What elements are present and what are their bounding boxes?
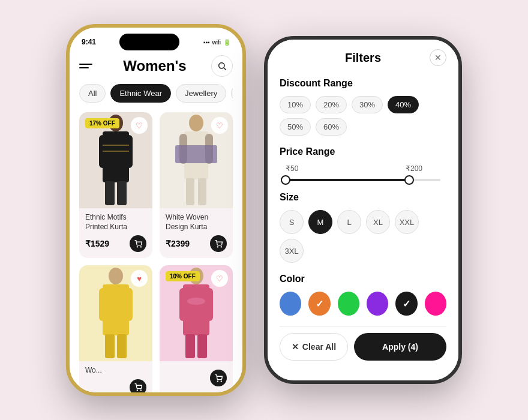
product-card-3[interactable]: ♥ Wo...	[79, 265, 152, 396]
color-black[interactable]	[395, 292, 417, 316]
svg-line-1	[224, 68, 226, 70]
product-grid: 17% OFF ♡ Ethnic Motifs Printed Kurta ₹1…	[79, 112, 233, 396]
svg-point-28	[140, 390, 141, 391]
svg-point-20	[221, 247, 221, 247]
svg-point-19	[217, 247, 218, 247]
price-range-thumb-right[interactable]	[404, 175, 414, 185]
svg-point-21	[109, 268, 123, 284]
price-range-thumb-left[interactable]	[281, 175, 290, 185]
svg-rect-17	[198, 178, 206, 205]
svg-point-10	[137, 247, 137, 247]
svg-rect-18	[175, 145, 217, 163]
menu-line-2	[79, 67, 89, 68]
size-3xl[interactable]: 3XL	[280, 239, 304, 263]
clear-icon: ✕	[292, 342, 299, 352]
svg-rect-24	[124, 288, 133, 321]
color-section-title: Color	[280, 274, 446, 284]
discount-10[interactable]: 10%	[280, 96, 311, 113]
category-all[interactable]: All	[79, 84, 106, 103]
svg-rect-26	[117, 334, 127, 358]
clear-all-label: Clear All	[302, 342, 336, 352]
color-green[interactable]	[338, 292, 359, 316]
apply-button[interactable]: Apply (4)	[354, 333, 446, 361]
discount-60[interactable]: 60%	[316, 118, 347, 136]
svg-point-27	[137, 390, 137, 391]
discount-30[interactable]: 30%	[352, 96, 383, 113]
size-pills: S M L XL XXL 3XL	[280, 210, 446, 263]
size-m[interactable]: M	[308, 210, 332, 234]
wishlist-btn-4[interactable]: ♡	[211, 270, 228, 287]
add-to-cart-btn-3[interactable]	[130, 379, 146, 396]
battery-icon: 🔋	[223, 39, 230, 46]
wishlist-btn-3[interactable]: ♥	[131, 270, 148, 287]
discount-badge-1: 17% OFF	[85, 118, 119, 128]
filter-panel: Filters ✕ Discount Range 10% 20% 30% 40%…	[268, 40, 458, 380]
page-title: Women's	[123, 58, 186, 74]
svg-rect-6	[105, 181, 115, 205]
add-to-cart-btn-2[interactable]	[210, 235, 227, 252]
color-blue[interactable]	[280, 292, 301, 316]
menu-line-1	[79, 64, 92, 65]
close-button[interactable]: ✕	[430, 49, 446, 66]
menu-button[interactable]	[79, 56, 98, 76]
product-info-1: Ethnic Motifs Printed Kurta ₹1529	[79, 208, 152, 258]
discount-20[interactable]: 20%	[316, 96, 347, 113]
product-info-4	[160, 361, 233, 392]
color-circles	[280, 292, 446, 316]
svg-point-0	[219, 63, 224, 68]
product-card-1[interactable]: 17% OFF ♡ Ethnic Motifs Printed Kurta ₹1…	[79, 112, 152, 258]
app-header: Women's	[79, 50, 233, 84]
size-xxl[interactable]: XXL	[395, 210, 419, 234]
status-icons: ▪▪▪ wifi 🔋	[203, 39, 230, 46]
svg-point-11	[140, 247, 141, 247]
category-ethnic-wear[interactable]: Ethnic Wear	[110, 84, 171, 103]
svg-rect-33	[185, 334, 195, 358]
phone-1: 9:41 ▪▪▪ wifi 🔋 Women's	[66, 24, 246, 396]
product-card-4[interactable]: 10% OFF ♡	[160, 265, 233, 396]
discount-pills: 10% 20% 30% 40% 50% 60%	[280, 96, 446, 136]
size-l[interactable]: L	[337, 210, 361, 234]
wishlist-btn-1[interactable]: ♡	[131, 117, 148, 134]
svg-point-12	[189, 115, 203, 131]
phone-2: Filters ✕ Discount Range 10% 20% 30% 40%…	[264, 36, 462, 384]
price-range-track	[286, 179, 440, 181]
status-time: 9:41	[82, 38, 96, 46]
svg-rect-25	[105, 334, 115, 358]
svg-rect-23	[99, 288, 107, 321]
discount-40[interactable]: 40%	[388, 96, 419, 113]
color-orange[interactable]	[308, 292, 330, 316]
add-to-cart-btn-1[interactable]	[130, 235, 146, 252]
size-xl[interactable]: XL	[366, 210, 390, 234]
color-purple[interactable]	[367, 292, 388, 316]
product-name-2: White Woven Design Kurta	[166, 213, 227, 232]
discount-badge-4: 10% OFF	[166, 271, 200, 281]
product-price-2: ₹2399	[166, 239, 190, 248]
notch	[119, 34, 179, 50]
category-footwear[interactable]: Footwear	[231, 84, 233, 103]
search-button[interactable]	[211, 55, 233, 77]
clear-all-button[interactable]: ✕ Clear All	[280, 333, 348, 361]
product-price-row-1: ₹1529	[85, 235, 146, 252]
price-range-fill	[286, 179, 409, 181]
signal-icon: ▪▪▪	[203, 39, 210, 46]
wishlist-btn-2[interactable]: ♡	[211, 117, 228, 134]
discount-section: Discount Range 10% 20% 30% 40% 50% 60%	[280, 78, 446, 136]
product-card-2[interactable]: ♡ White Woven Design Kurta ₹2399	[160, 112, 233, 258]
category-jewellery[interactable]: Jewellery	[176, 84, 226, 103]
product-price-row-4	[166, 370, 227, 386]
size-section-title: Size	[280, 192, 446, 203]
add-to-cart-btn-4[interactable]	[210, 370, 227, 386]
svg-point-37	[221, 381, 221, 382]
product-image-2: ♡	[160, 112, 233, 208]
svg-point-35	[187, 298, 205, 305]
discount-50[interactable]: 50%	[280, 118, 311, 136]
price-max-label: ₹200	[406, 164, 422, 173]
product-image-1: 17% OFF ♡	[79, 112, 152, 208]
color-section: Color	[280, 274, 446, 316]
svg-point-36	[217, 381, 218, 382]
discount-section-title: Discount Range	[280, 78, 446, 89]
size-s[interactable]: S	[280, 210, 304, 234]
color-pink[interactable]	[425, 292, 446, 316]
svg-rect-7	[117, 181, 127, 205]
product-price-row-3	[85, 379, 146, 396]
